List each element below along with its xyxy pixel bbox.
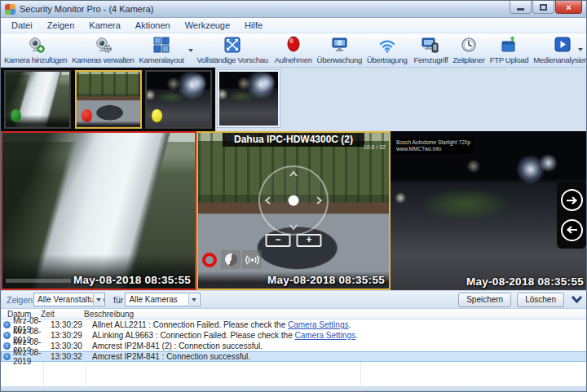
stream-stats-overlay: 10.6 / 02 [364,144,386,150]
zoom-in-button[interactable]: + [297,234,322,247]
toolbar-button-broadcast[interactable]: Übertragung [364,35,410,66]
info-icon [3,321,11,328]
menu-hilfe[interactable]: Hilfe [237,20,270,30]
camera-settings-link[interactable]: Camera Settings [295,331,355,340]
dropdown-arrow-icon [93,294,104,305]
arrow-left-icon [566,225,578,235]
log-time: 13:30:29 [51,331,92,340]
toolbar-overflow-arrow-icon[interactable] [576,48,585,51]
log-text: ALinking AL9663 : Connection Failed. Ple… [92,331,295,340]
camera-manage-icon [94,36,112,53]
camera-panel-center[interactable]: Dahua IPC-HDW4300C (2) 10.6 / 02 − + M [196,131,391,290]
toolbar-label: Kameralayout [139,55,184,64]
for-label: für [113,295,123,305]
window-bottom-frame [1,386,587,392]
toolbar-button-full-preview[interactable]: Vollständige Vorschau [195,35,271,66]
camera-layout-icon [153,36,170,53]
menu-kamera[interactable]: Kamera [82,20,128,30]
app-window: Security Monitor Pro - (4 Kamera) × Date… [0,0,587,392]
zoom-out-button[interactable]: − [266,234,291,247]
ptz-down-icon[interactable] [289,222,298,231]
camera-settings-link[interactable]: Camera Settings [288,320,348,329]
day-night-icon [225,253,237,266]
motion-detection-toggle[interactable] [242,250,262,269]
scheduler-clock-icon [461,36,477,53]
camera-status-tray [202,250,262,269]
info-icon [3,342,11,350]
ptz-control[interactable] [258,165,329,236]
ptz-left-icon[interactable] [263,196,273,205]
ptz-right-icon[interactable] [314,196,324,205]
toolbar-label: Überwachung [317,55,362,64]
menu-datei[interactable]: Datei [4,20,40,30]
toolbar-button-record[interactable]: Aufnehmen [272,35,315,66]
toolbar-label: Kameras verwalten [72,55,134,64]
log-row-4-selected[interactable]: Mrz-08-2019 13:30:32 Amcrest IP2M-841 : … [1,351,587,362]
camera-panel-left[interactable]: May-08-2018 08:35:55 [1,131,196,290]
camera-nav-panel [557,182,586,249]
toolbar-button-scheduler[interactable]: Zeitplaner [450,35,487,66]
window-title: Security Monitor Pro - (4 Kamera) [20,4,153,14]
cameras-filter-dropdown[interactable]: Alle Kameras [125,293,201,306]
menu-bar: Datei Zeigen Kamera Aktionen Werkzeuge H… [1,18,586,33]
thumbnail-camera-3[interactable] [145,70,212,129]
event-filter-bar: Zeigen Alle Veranstaltungen für Alle Kam… [1,290,587,308]
day-night-toggle[interactable] [221,250,241,269]
log-row-3[interactable]: Mrz-08-2019 13:30:30 Amcrest IP2M-841 (2… [1,341,587,351]
events-filter-dropdown[interactable]: Alle Veranstaltungen [33,293,105,306]
camera-view-area: May-08-2018 08:35:55 Dahua IPC-HDW4300C … [1,131,587,290]
save-button[interactable]: Speichern [458,293,511,307]
watermark-line-1: Bosch Autodome Starlight 720p [396,139,470,146]
log-row-1[interactable]: Mrz-08-2019 13:30:29 Allnet ALL2211 : Co… [1,319,587,330]
ptz-up-icon[interactable] [289,170,298,179]
camera-left-watermark [6,279,71,283]
monitoring-icon [331,36,348,53]
show-label: Zeigen [7,295,33,305]
thumbnail-strip [1,68,586,131]
ptz-center-dot[interactable] [289,196,299,206]
camera-4-preview [219,72,278,126]
maximize-button[interactable] [532,1,554,14]
minimize-button[interactable] [510,1,532,14]
close-button[interactable]: × [555,1,582,14]
layout-dropdown-arrow-icon[interactable] [187,35,195,66]
thumbnail-camera-4[interactable] [218,70,280,127]
toolbar-button-monitoring[interactable]: Überwachung [315,35,364,66]
close-icon: × [566,2,571,12]
toolbar-button-remote-access[interactable]: Fernzugriff [411,35,450,66]
window-controls: × [510,1,582,14]
log-text: Amcrest IP2M-841 (2) : Connection succes… [92,341,263,350]
camera-right-watermark: Bosch Autodome Starlight 720p www.MMCTwo… [393,138,474,154]
status-dot-yellow [152,109,162,122]
toolbar-button-ftp-upload[interactable]: FTP Upload [488,35,532,66]
log-text-suffix: . [348,320,351,329]
camera-panel-right[interactable]: Bosch Autodome Starlight 720p www.MMCTwo… [391,131,587,290]
toolbar-button-camera-layout[interactable]: Kameralayout [137,35,187,66]
thumbnail-camera-2-selected[interactable] [75,70,142,129]
status-dot-green [11,109,21,122]
log-description: Amcrest IP2M-841 : Connection successful… [92,352,587,361]
app-icon [5,4,15,15]
menu-zeigen[interactable]: Zeigen [40,20,82,30]
toolbar-button-add-camera[interactable]: Kamera hinzufügen [2,35,69,66]
delete-button[interactable]: Löschen [517,293,564,307]
log-row-2[interactable]: Mrz-08-2019 13:30:29 ALinking AL9663 : C… [1,330,587,341]
recording-ring-icon[interactable] [202,253,217,267]
next-camera-button[interactable] [561,189,583,211]
broadcast-wifi-icon [378,36,396,53]
menu-aktionen[interactable]: Aktionen [128,20,178,30]
chevron-down-icon [571,295,583,305]
log-description: ALinking AL9663 : Connection Failed. Ple… [92,331,587,340]
dropdown-arrow-icon [188,294,199,305]
column-divider [43,362,44,386]
maximize-icon [540,4,547,11]
record-icon [286,36,301,53]
toolbar-button-manage-cameras[interactable]: Kameras verwalten [69,35,136,66]
previous-camera-button[interactable] [561,219,583,241]
toolbar-label: Übertragung [367,55,408,64]
collapse-log-button[interactable] [571,295,583,305]
menu-werkzeuge[interactable]: Werkzeuge [178,20,237,30]
media-analyzer-play-icon [554,36,571,53]
thumbnail-camera-1[interactable] [4,70,71,129]
toolbar-label: Zeitplaner [452,55,484,64]
